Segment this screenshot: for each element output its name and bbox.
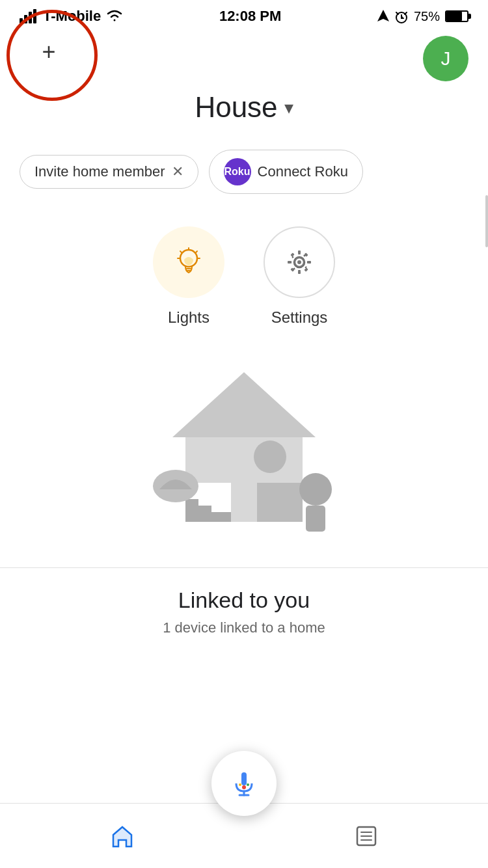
icons-grid: Lights [0, 200, 488, 340]
svg-rect-23 [211, 512, 231, 522]
avatar[interactable]: J [423, 36, 468, 81]
svg-rect-13 [290, 252, 294, 256]
header: + J [0, 33, 488, 85]
microphone-button[interactable] [211, 751, 277, 816]
house-svg [140, 359, 348, 541]
links-title: Linked to you [20, 588, 468, 613]
lightbulb-icon [172, 245, 206, 279]
house-title-text: House [195, 91, 277, 124]
chevron-down-icon[interactable]: ▾ [284, 97, 293, 118]
house-illustration [0, 340, 488, 567]
svg-point-31 [242, 785, 246, 789]
svg-marker-17 [172, 372, 316, 437]
svg-rect-21 [185, 499, 198, 522]
svg-point-33 [247, 783, 249, 786]
chip-label: Invite home member [34, 163, 165, 180]
roku-logo: Roku [224, 158, 251, 185]
svg-rect-22 [198, 506, 211, 522]
connect-roku-label: Connect Roku [258, 163, 348, 180]
invite-home-member-chip[interactable]: Invite home member ✕ [20, 155, 198, 189]
svg-rect-10 [298, 271, 301, 274]
connect-roku-chip[interactable]: Roku Connect Roku [209, 150, 363, 194]
status-time: 12:08 PM [219, 8, 281, 25]
links-subtitle: 1 device linked to a home [20, 619, 468, 636]
wifi-icon [106, 10, 123, 23]
house-title[interactable]: House ▾ [195, 91, 293, 124]
gear-icon [282, 245, 316, 279]
settings-circle [264, 226, 335, 298]
nav-home[interactable] [83, 822, 161, 850]
alarm-icon [394, 9, 409, 23]
settings-label: Settings [271, 308, 328, 327]
location-icon [377, 10, 389, 23]
microphone-icon [230, 769, 258, 798]
svg-rect-26 [306, 506, 325, 532]
svg-rect-9 [298, 251, 301, 254]
svg-point-32 [239, 783, 241, 786]
add-button-container: + [20, 20, 98, 98]
svg-point-19 [254, 441, 286, 473]
list-nav-icon [352, 822, 381, 850]
links-section: Linked to you 1 device linked to a home [0, 568, 488, 649]
svg-point-25 [299, 473, 332, 506]
svg-point-8 [297, 260, 301, 264]
battery-percent: 75% [414, 9, 440, 24]
chips-row: Invite home member ✕ Roku Connect Roku [0, 143, 488, 200]
battery-icon [445, 10, 468, 22]
svg-rect-24 [257, 483, 303, 522]
lights-icon-item[interactable]: Lights [153, 226, 224, 327]
nav-list[interactable] [327, 822, 405, 850]
lights-circle [153, 226, 224, 298]
roku-logo-text: Roku [224, 166, 251, 178]
settings-icon-item[interactable]: Settings [264, 226, 335, 327]
svg-rect-16 [304, 267, 308, 271]
svg-rect-12 [308, 261, 311, 264]
lights-label: Lights [168, 308, 210, 327]
scroll-indicator [485, 195, 488, 247]
close-icon[interactable]: ✕ [172, 163, 183, 180]
svg-rect-28 [241, 772, 247, 785]
add-button[interactable]: + [29, 33, 68, 72]
home-nav-icon [108, 822, 137, 850]
status-right: 75% [377, 9, 468, 24]
svg-rect-11 [288, 261, 291, 264]
